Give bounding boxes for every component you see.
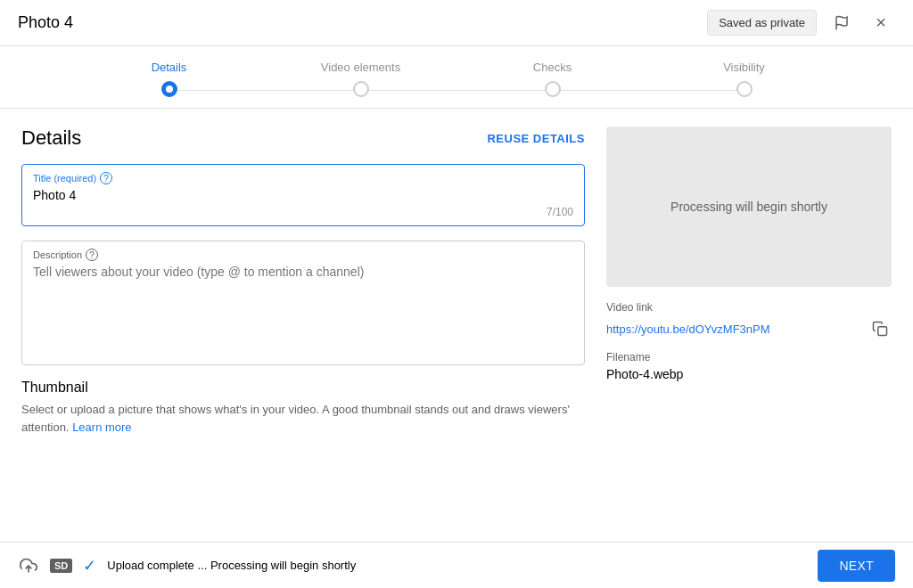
video-link-label: Video link xyxy=(606,301,892,314)
filename-label: Filename xyxy=(606,351,892,363)
details-section-title: Details xyxy=(21,127,81,150)
video-link-section: Video link https://youtu.be/dOYvzMF3nPM xyxy=(606,301,892,340)
title-input[interactable] xyxy=(33,188,573,202)
close-button[interactable]: × xyxy=(867,9,895,37)
title-field-group: Title (required) ? 7/100 xyxy=(21,164,585,226)
learn-more-link[interactable]: Learn more xyxy=(72,421,131,434)
check-icon: ✓ xyxy=(83,556,96,576)
step-details-label: Details xyxy=(152,61,187,74)
video-preview: Processing will begin shortly xyxy=(606,127,892,287)
stepper: Details Video elements Checks Visibility xyxy=(0,46,913,109)
description-field-group: Description ? xyxy=(21,241,585,365)
step-video-elements[interactable]: Video elements xyxy=(265,61,456,97)
main-content: Details REUSE DETAILS Title (required) ?… xyxy=(0,109,913,543)
step-visibility-circle xyxy=(736,81,753,97)
stepper-inner: Details Video elements Checks Visibility xyxy=(73,61,840,97)
step-video-elements-circle xyxy=(353,81,369,97)
filename-value: Photo-4.webp xyxy=(606,367,892,381)
video-link-row: https://youtu.be/dOYvzMF3nPM xyxy=(606,317,892,340)
sd-badge: SD xyxy=(50,559,72,573)
upload-status: Upload complete ... Processing will begi… xyxy=(107,559,356,572)
reuse-details-button[interactable]: REUSE DETAILS xyxy=(487,132,585,145)
filename-section: Filename Photo-4.webp xyxy=(606,351,892,381)
thumbnail-title: Thumbnail xyxy=(21,380,585,396)
thumbnail-description: Select or upload a picture that shows wh… xyxy=(21,401,585,436)
step-details[interactable]: Details xyxy=(73,61,265,97)
header-actions: Saved as private × xyxy=(707,9,895,37)
next-button[interactable]: NEXT xyxy=(818,550,895,582)
title-help-icon[interactable]: ? xyxy=(100,172,112,184)
description-input[interactable] xyxy=(33,265,573,357)
copy-link-button[interactable] xyxy=(868,317,892,340)
thumbnail-section: Thumbnail Select or upload a picture tha… xyxy=(21,380,585,436)
saved-badge: Saved as private xyxy=(707,10,817,36)
upload-icon xyxy=(18,555,39,576)
footer-left: SD ✓ Upload complete ... Processing will… xyxy=(18,555,356,576)
step-checks-circle xyxy=(545,81,561,97)
description-help-icon[interactable]: ? xyxy=(86,249,98,261)
video-link[interactable]: https://youtu.be/dOYvzMF3nPM xyxy=(606,323,770,336)
flag-button[interactable] xyxy=(827,9,856,37)
description-label: Description ? xyxy=(33,249,573,261)
step-visibility[interactable]: Visibility xyxy=(648,61,840,97)
header: Photo 4 Saved as private × xyxy=(0,0,913,46)
details-header: Details REUSE DETAILS xyxy=(21,127,585,150)
svg-rect-1 xyxy=(878,327,887,336)
close-icon: × xyxy=(876,12,886,33)
step-video-elements-label: Video elements xyxy=(321,61,400,74)
copy-icon xyxy=(872,321,888,337)
left-panel: Details REUSE DETAILS Title (required) ?… xyxy=(21,127,606,526)
step-checks-label: Checks xyxy=(533,61,572,74)
flag-icon xyxy=(834,15,850,31)
title-char-count: 7/100 xyxy=(33,206,573,218)
step-visibility-label: Visibility xyxy=(723,61,765,74)
right-panel: Processing will begin shortly Video link… xyxy=(606,127,892,526)
footer: SD ✓ Upload complete ... Processing will… xyxy=(0,542,913,588)
step-details-circle xyxy=(161,81,177,97)
step-checks[interactable]: Checks xyxy=(456,61,648,97)
processing-text: Processing will begin shortly xyxy=(670,200,827,214)
page-title: Photo 4 xyxy=(18,13,73,32)
title-label: Title (required) ? xyxy=(33,172,573,184)
